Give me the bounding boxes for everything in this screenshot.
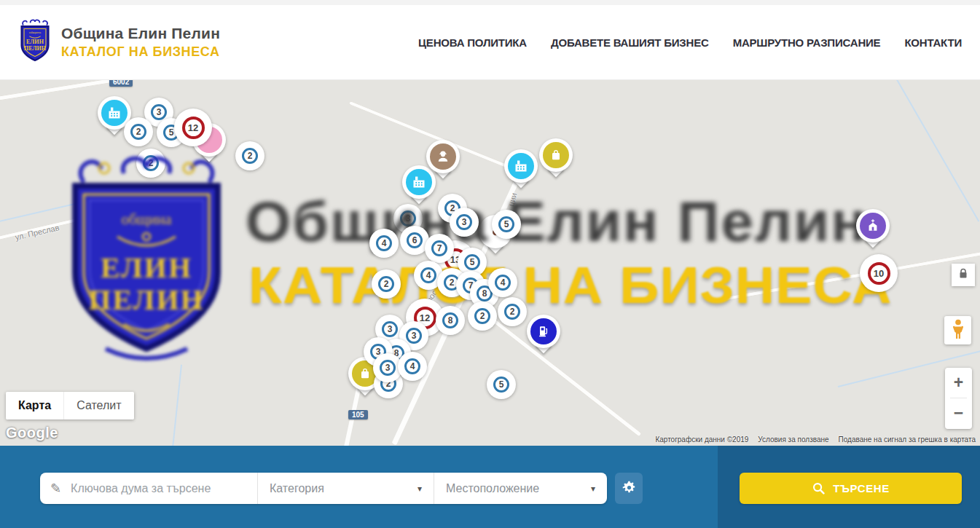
svg-text:ПЕЛИН: ПЕЛИН bbox=[24, 45, 47, 52]
municipality-crest-icon: община ЕЛИН ПЕЛИН bbox=[18, 19, 52, 66]
header: община ЕЛИН ПЕЛИН Община Елин Пелин КАТА… bbox=[0, 5, 980, 80]
chevron-down-icon: ▾ bbox=[591, 484, 595, 494]
cluster-marker[interactable]: 5 bbox=[487, 370, 516, 399]
keyword-field[interactable]: ✎ bbox=[40, 473, 257, 504]
zoom-control: + − bbox=[945, 368, 972, 429]
lock-control[interactable] bbox=[952, 264, 975, 286]
pegman-icon bbox=[952, 319, 965, 342]
svg-text:ЕЛИН: ЕЛИН bbox=[26, 39, 44, 45]
lock-icon bbox=[958, 268, 968, 282]
zoom-in-button[interactable]: + bbox=[945, 368, 972, 398]
google-logo[interactable]: Google bbox=[6, 425, 58, 441]
cluster-marker[interactable]: 4 bbox=[488, 268, 517, 297]
site-title: Община Елин Пелин bbox=[61, 25, 220, 42]
gear-icon bbox=[622, 480, 637, 497]
report-map-error-link[interactable]: Подаване на сигнал за грешка в картата bbox=[839, 436, 976, 444]
keyword-input[interactable] bbox=[69, 481, 247, 496]
terms-of-use-link[interactable]: Условия за ползване bbox=[758, 436, 828, 444]
cluster-marker[interactable]: 2 bbox=[235, 141, 264, 170]
cluster-marker[interactable]: 2 bbox=[372, 269, 401, 299]
svg-text:община: община bbox=[29, 31, 42, 34]
search-button-label: ТЪРСЕНЕ bbox=[833, 482, 890, 494]
nav-item-route-schedule[interactable]: МАРШРУТНО РАЗПИСАНИЕ bbox=[733, 36, 881, 49]
location-select[interactable]: Местоположение ▾ bbox=[434, 473, 607, 504]
zoom-out-button[interactable]: − bbox=[945, 398, 972, 428]
search-button[interactable]: ТЪРСЕНЕ bbox=[740, 473, 962, 504]
nav-item-contacts[interactable]: КОНТАКТИ bbox=[904, 36, 962, 49]
map-type-control: Карта Сателит bbox=[6, 392, 134, 419]
main-nav: ЦЕНОВА ПОЛИТИКА ДОБАВЕТЕ ВАШИЯТ БИЗНЕС М… bbox=[418, 36, 962, 49]
cluster-marker[interactable]: 3 bbox=[450, 208, 479, 237]
search-icon bbox=[812, 481, 826, 495]
category-pin-factory[interactable] bbox=[504, 149, 538, 192]
map-canvas[interactable]: ул. Преслав бул. „Новосел ции 6002 105 2… bbox=[0, 80, 980, 446]
category-select[interactable]: Категория ▾ bbox=[257, 473, 434, 504]
page-top-strip bbox=[0, 0, 980, 5]
category-pin-fuel[interactable] bbox=[527, 315, 560, 357]
chevron-down-icon: ▾ bbox=[418, 484, 422, 494]
map-type-satellite-button[interactable]: Сателит bbox=[63, 392, 133, 419]
search-bar: ✎ Категория ▾ Местоположение ▾ ТЪРСЕНЕ bbox=[0, 446, 980, 528]
search-fields-group: ✎ Категория ▾ Местоположение ▾ bbox=[40, 473, 607, 504]
cluster-marker[interactable]: 5 bbox=[492, 210, 521, 239]
cluster-marker[interactable]: 2 bbox=[498, 297, 527, 326]
location-select-label: Местоположение bbox=[446, 482, 539, 495]
cluster-marker[interactable]: 4 bbox=[369, 229, 399, 258]
map-data-copyright: Картографски данни ©2019 bbox=[655, 436, 748, 444]
pencil-icon: ✎ bbox=[50, 482, 61, 495]
street-view-pegman[interactable] bbox=[944, 316, 971, 344]
map-markers: 3251222356475422784212823383234510 bbox=[0, 80, 980, 446]
cluster-marker[interactable]: 12 bbox=[174, 109, 212, 146]
cluster-marker[interactable]: 2 bbox=[468, 302, 497, 331]
logo-texts: Община Елин Пелин КАТАЛОГ НА БИЗНЕСА bbox=[61, 25, 220, 60]
map-type-map-button[interactable]: Карта bbox=[6, 392, 63, 419]
nav-item-add-business[interactable]: ДОБАВЕТЕ ВАШИЯТ БИЗНЕС bbox=[551, 36, 709, 49]
cluster-marker[interactable]: 10 bbox=[860, 254, 898, 292]
cluster-marker[interactable]: 4 bbox=[398, 352, 427, 381]
category-pin-church[interactable] bbox=[856, 209, 890, 251]
nav-item-pricing[interactable]: ЦЕНОВА ПОЛИТИКА bbox=[418, 36, 527, 49]
site-logo[interactable]: община ЕЛИН ПЕЛИН Община Елин Пелин КАТА… bbox=[18, 19, 220, 66]
advanced-search-button[interactable] bbox=[615, 473, 643, 504]
category-pin-bag[interactable] bbox=[539, 138, 573, 181]
cluster-marker[interactable]: 8 bbox=[436, 306, 465, 335]
cluster-marker[interactable]: 7 bbox=[425, 234, 454, 263]
cluster-marker[interactable]: 2 bbox=[124, 117, 153, 146]
site-subtitle: КАТАЛОГ НА БИЗНЕСА bbox=[61, 44, 220, 60]
category-pin-worker[interactable] bbox=[426, 140, 460, 182]
category-select-label: Категория bbox=[270, 482, 324, 495]
map-attribution: Картографски данни ©2019 Условия за полз… bbox=[655, 436, 976, 444]
